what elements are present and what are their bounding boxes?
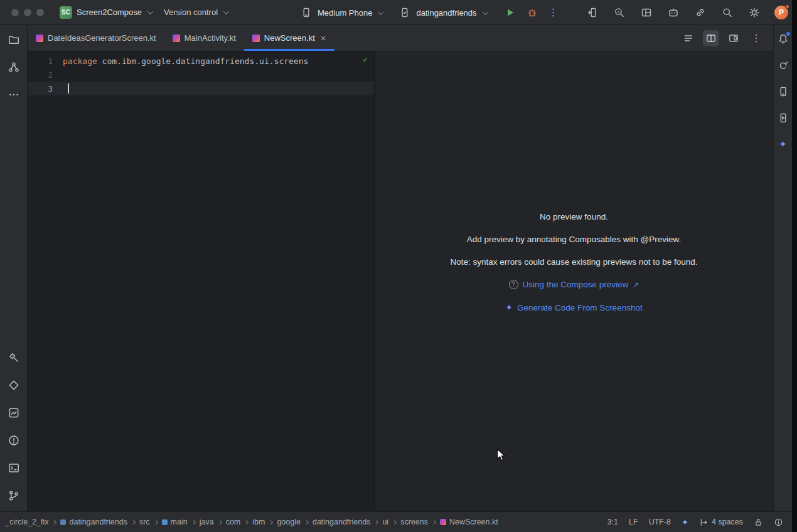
preview-layout-icon[interactable] — [725, 30, 742, 46]
more-run-options-button[interactable]: ⋮ — [547, 6, 560, 19]
tab-mainactivity[interactable]: MainActivity.kt — [164, 25, 244, 51]
compose-preview-panel: No preview found. Add preview by annotat… — [375, 51, 773, 511]
code-editor[interactable]: 1 package com.ibm.google.datingandfriend… — [28, 51, 374, 511]
breadcrumb-item[interactable]: NewScreen.kt — [440, 518, 498, 526]
window-zoom-button[interactable] — [36, 9, 44, 16]
device-phone-icon — [299, 6, 313, 19]
generate-code-from-screenshot-link[interactable]: Generate Code From Screenshot — [517, 303, 643, 312]
search-icon[interactable] — [720, 6, 734, 19]
editor-list-icon[interactable] — [680, 30, 697, 46]
kotlin-file-icon — [252, 35, 260, 42]
tab-label: NewScreen.kt — [264, 33, 315, 43]
indent-label: 4 spaces — [712, 518, 743, 526]
no-preview-message: No preview found. — [540, 212, 608, 221]
code-line-2: 2 — [28, 68, 374, 82]
caret-position-widget[interactable]: 3:1 — [607, 518, 618, 526]
breadcrumb-item[interactable]: com — [226, 518, 241, 526]
device-mirroring-icon[interactable] — [586, 6, 599, 19]
breadcrumb-item[interactable]: datingandfriends — [313, 518, 370, 526]
right-tool-strip: ✦ — [773, 25, 792, 511]
text-caret — [68, 83, 69, 93]
gradle-icon[interactable] — [777, 59, 789, 72]
file-lock-icon[interactable] — [754, 518, 763, 527]
tab-label: MainActivity.kt — [185, 33, 236, 43]
chevron-down-icon — [482, 9, 488, 15]
chevron-right-icon — [52, 520, 56, 524]
tab-newscreen[interactable]: NewScreen.kt × — [244, 25, 334, 51]
structure-icon[interactable] — [7, 60, 21, 74]
breadcrumb-item[interactable]: ibm — [252, 518, 265, 526]
add-preview-hint: Add preview by annotating Composables wi… — [467, 235, 682, 244]
device-manager-icon[interactable] — [777, 85, 789, 98]
window-minimize-button[interactable] — [24, 9, 31, 16]
app-quality-insights-icon[interactable] — [7, 406, 21, 420]
close-icon[interactable]: × — [321, 35, 326, 42]
gemini-status-icon[interactable]: ✦ — [682, 518, 688, 527]
version-control-icon[interactable] — [7, 489, 21, 503]
run-configuration-selector[interactable]: datingandfriends — [392, 3, 493, 23]
breadcrumb-item[interactable]: java — [200, 518, 214, 526]
tab-dateideasgeneratorscreen[interactable]: DateIdeasGeneratorScreen.kt — [28, 25, 164, 51]
user-avatar[interactable]: P — [774, 6, 788, 19]
profiler-icon[interactable]: A — [612, 6, 626, 19]
more-tool-windows-icon[interactable] — [7, 88, 21, 102]
code-line-1: 1 package com.ibm.google.datingandfriend… — [28, 54, 374, 68]
inspection-check-icon[interactable]: ✓ — [363, 55, 368, 64]
breadcrumb-item[interactable]: ui — [382, 518, 388, 526]
editor-tab-bar: DateIdeasGeneratorScreen.kt MainActivity… — [28, 25, 773, 51]
line-separator-widget[interactable]: LF — [629, 518, 638, 526]
chevron-right-icon — [154, 520, 158, 524]
file-encoding-widget[interactable]: UTF-8 — [649, 518, 671, 526]
avatar-initial: P — [779, 8, 784, 17]
chevron-right-icon — [131, 520, 136, 524]
version-control-label: Version control — [164, 8, 218, 17]
build-icon[interactable] — [7, 351, 21, 364]
inspection-status-icon[interactable] — [774, 518, 783, 527]
breadcrumb-item[interactable]: google — [277, 518, 301, 526]
breadcrumb-item[interactable]: screens — [400, 518, 428, 526]
notification-badge — [786, 32, 790, 36]
external-link-icon: ↗ — [633, 280, 639, 289]
settings-gear-icon[interactable] — [747, 6, 761, 19]
project-folder-icon[interactable] — [7, 33, 21, 46]
line-number[interactable]: 2 — [28, 70, 63, 80]
module-icon — [60, 519, 66, 525]
version-control-menu[interactable]: Version control — [158, 4, 234, 20]
terminal-icon[interactable] — [7, 461, 21, 475]
line-number[interactable]: 3 — [28, 84, 63, 93]
package-path: com.ibm.google.datingandfriends.ui.scree… — [97, 56, 309, 66]
line-number[interactable]: 1 — [28, 56, 63, 66]
breadcrumb-item[interactable]: src — [139, 518, 150, 526]
window-edge-strip — [792, 0, 797, 532]
device-selector[interactable]: Medium Phone — [294, 3, 388, 23]
plugin-link-icon[interactable] — [693, 6, 707, 19]
running-devices-icon[interactable] — [777, 112, 789, 124]
left-tool-strip — [0, 25, 28, 511]
window-close-button[interactable] — [11, 9, 19, 16]
status-bar: _circle_2_fix datingandfriends src main … — [0, 511, 792, 532]
code-text: package com.ibm.google.datingandfriends.… — [63, 56, 308, 66]
project-selector[interactable]: SC Screen2Compose — [54, 3, 158, 22]
problems-icon[interactable] — [7, 434, 21, 447]
kotlin-file-icon — [36, 35, 43, 42]
notification-dot — [785, 4, 789, 9]
notifications-bell-icon[interactable] — [777, 33, 789, 45]
breadcrumb-item[interactable]: datingandfriends — [60, 518, 127, 526]
kotlin-file-icon — [173, 35, 180, 42]
run-button[interactable] — [503, 6, 517, 19]
compose-preview-docs-link[interactable]: Using the Compose preview — [523, 280, 629, 289]
editor-options-kebab-icon[interactable]: ⋮ — [748, 30, 764, 46]
syntax-error-note: Note: syntax errors could cause existing… — [451, 257, 698, 267]
breadcrumb-item[interactable]: main — [162, 518, 188, 526]
gemini-tool-window-icon[interactable]: ✦ — [777, 138, 789, 151]
split-editor-icon[interactable] — [703, 30, 719, 46]
resource-manager-icon[interactable] — [7, 378, 21, 392]
studio-bot-icon[interactable] — [666, 6, 680, 19]
debug-button[interactable] — [525, 6, 539, 19]
layout-inspector-icon[interactable] — [639, 6, 653, 19]
code-line-3-caret-line: 3 — [28, 82, 374, 95]
breadcrumb-item[interactable]: _circle_2_fix — [5, 518, 48, 526]
project-icon: SC — [60, 6, 72, 19]
indent-widget[interactable]: 4 spaces — [699, 518, 743, 527]
device-selector-label: Medium Phone — [318, 8, 372, 18]
